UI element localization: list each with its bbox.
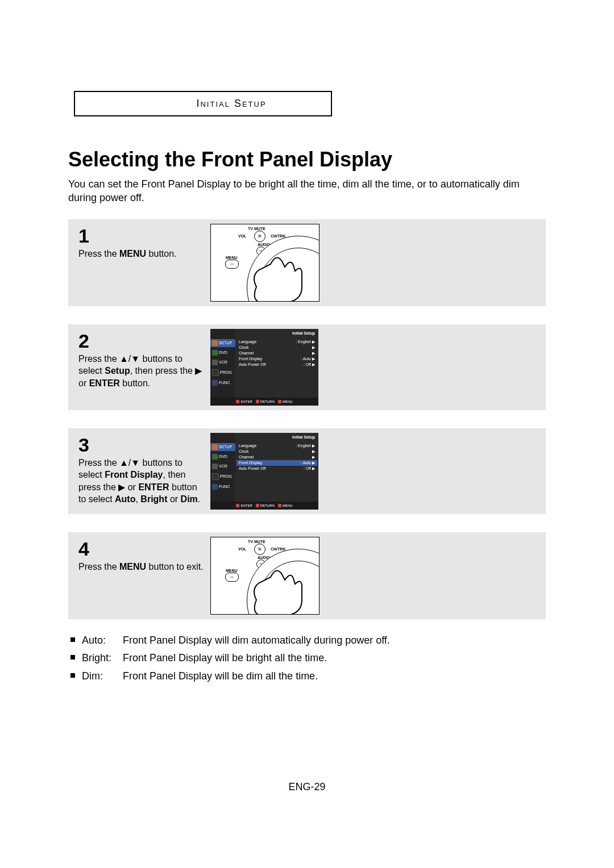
- remote-label-tvmute: TV MUTE: [248, 227, 265, 231]
- step-2-line1: Press the ▲/▼ buttons to: [78, 354, 182, 364]
- step-3-number: 3: [78, 435, 205, 454]
- osd-footer-menu: MENU: [278, 400, 293, 403]
- osd-row-frontdisplay-selected: Front Display: Auto ▶: [237, 460, 317, 466]
- page-title: Selecting the Front Panel Display: [68, 148, 546, 172]
- disc-icon: [212, 350, 218, 356]
- step-2-number: 2: [78, 331, 205, 350]
- osd-tab-prog: PROG: [210, 472, 235, 481]
- osd-row-language: Language: English ▶: [239, 443, 315, 449]
- osd-footer-return: RETURN: [256, 400, 275, 403]
- step-2-text: 2 Press the ▲/▼ buttons to select Setup,…: [68, 324, 210, 410]
- remote-label-vol: VOL: [238, 234, 246, 238]
- bullet-icon: [70, 637, 75, 642]
- osd-body: Initial Setup Language: English ▶ Clock▶…: [235, 329, 318, 406]
- osd-row-language: Language: English ▶: [239, 339, 315, 345]
- osd-body: Initial Setup Language: English ▶ Clock▶…: [235, 433, 318, 510]
- gear-icon: [212, 340, 218, 346]
- osd-footer-enter: ENTER: [236, 504, 252, 507]
- step-4-number: 4: [78, 539, 205, 558]
- osd-footer: ENTER RETURN MENU: [210, 398, 318, 406]
- step-3-line3: press the ▶ or ENTER button: [78, 482, 197, 492]
- step-1-text: 1 Press the MENU button.: [68, 219, 210, 306]
- osd-footer-return: RETURN: [256, 504, 275, 507]
- step-3-text: 3 Press the ▲/▼ buttons to select Front …: [68, 428, 210, 514]
- definition-auto: Auto: Front Panel Display will dim autom…: [68, 633, 546, 649]
- definition-bright: Bright: Front Panel Display will be brig…: [68, 650, 546, 666]
- osd-tab-setup: SETUP: [210, 339, 235, 347]
- menu-key-icon: [278, 400, 281, 403]
- osd-row-autopoweroff: Auto Power Off: Off ▶: [239, 466, 315, 471]
- section-header-label: Initial Setup: [160, 98, 302, 110]
- menu-button-icon: ▭: [225, 260, 239, 269]
- disc-icon: [212, 454, 218, 460]
- osd-tab-vcr: VCR: [210, 462, 235, 470]
- chevron-right-icon: ▶: [312, 362, 315, 366]
- hand-pointer-icon: [245, 247, 320, 302]
- step-3-line4: to select Auto, Bright or Dim.: [78, 494, 200, 504]
- chevron-right-icon: ▶: [312, 340, 315, 344]
- osd-tab-func: FUNC: [210, 379, 235, 387]
- step-2: 2 Press the ▲/▼ buttons to select Setup,…: [68, 324, 546, 410]
- chevron-right-icon: ▶: [312, 345, 315, 350]
- mute-button-icon: ✕: [254, 544, 265, 555]
- step-4-text: 4 Press the MENU button to exit.: [68, 532, 210, 619]
- remote-label-menu: MENU: [226, 569, 238, 573]
- osd-footer-enter: ENTER: [236, 400, 252, 403]
- intro-paragraph: You can set the Front Panel Display to b…: [68, 177, 546, 205]
- definition-dim: Dim: Front Panel Display will be dim all…: [68, 669, 546, 685]
- return-key-icon: [256, 400, 259, 403]
- osd-row-channel: Channel▶: [239, 454, 315, 460]
- tape-icon: [212, 360, 218, 365]
- chevron-right-icon: ▶: [312, 466, 315, 470]
- chevron-right-icon: ▶: [312, 357, 315, 361]
- step-2-visual: SETUP DVD VCR PROG FUNC Initial Setup La…: [210, 324, 546, 410]
- step-3-line2: select Front Display, then: [78, 470, 186, 479]
- remote-label-chtrk: CH/TRK: [271, 234, 285, 238]
- osd-menu-highlight: SETUP DVD VCR PROG FUNC Initial Setup La…: [210, 433, 318, 510]
- osd-title: Initial Setup: [292, 331, 315, 335]
- step-4: 4 Press the MENU button to exit. TV MUTE…: [68, 532, 546, 619]
- step-3-line1: Press the ▲/▼ buttons to: [78, 458, 182, 468]
- osd-tab-dvd: DVD: [210, 349, 235, 357]
- chevron-right-icon: ▶: [312, 455, 315, 460]
- osd-tab-func: FUNC: [210, 483, 235, 491]
- step-1: 1 Press the MENU button. TV MUTE VOL CH/…: [68, 219, 546, 306]
- osd-row-clock: Clock▶: [239, 345, 315, 350]
- enter-key-icon: [236, 400, 239, 403]
- osd-footer-menu: MENU: [278, 504, 293, 507]
- clock-icon: [212, 473, 219, 480]
- osd-sidebar: SETUP DVD VCR PROG FUNC: [210, 329, 235, 406]
- osd-tab-prog: PROG: [210, 368, 235, 377]
- remote-label-chtrk: CH/TRK: [271, 547, 285, 551]
- step-2-line3: or ENTER button.: [78, 378, 150, 388]
- grid-icon: [212, 380, 218, 386]
- step-1-number: 1: [78, 226, 205, 245]
- remote-illustration: TV MUTE VOL CH/TRK ✕ AUDIO − MENU ▭ ◀: [210, 537, 320, 615]
- return-key-icon: [256, 504, 259, 507]
- step-4-visual: TV MUTE VOL CH/TRK ✕ AUDIO − MENU ▭ ◀: [210, 532, 546, 619]
- step-1-line: Press the MENU button.: [78, 249, 177, 258]
- remote-label-tvmute: TV MUTE: [248, 540, 265, 544]
- section-header-box: Initial Setup: [74, 91, 332, 116]
- osd-row-frontdisplay: Front Display: Auto ▶: [239, 356, 315, 362]
- bullet-icon: [70, 655, 75, 660]
- osd-tab-vcr: VCR: [210, 358, 235, 366]
- osd-title: Initial Setup: [292, 435, 315, 439]
- clock-icon: [212, 369, 219, 376]
- osd-sidebar: SETUP DVD VCR PROG FUNC: [210, 433, 235, 510]
- remote-label-vol: VOL: [238, 547, 246, 551]
- osd-menu: SETUP DVD VCR PROG FUNC Initial Setup La…: [210, 329, 318, 406]
- hand-pointer-icon: [245, 560, 320, 615]
- menu-button-icon: ▭: [225, 573, 239, 582]
- step-3: 3 Press the ▲/▼ buttons to select Front …: [68, 428, 546, 514]
- tape-icon: [212, 464, 218, 469]
- osd-row-channel: Channel▶: [239, 350, 315, 356]
- step-4-line: Press the MENU button to exit.: [78, 562, 204, 571]
- gear-icon: [212, 444, 218, 450]
- osd-tab-dvd: DVD: [210, 453, 235, 461]
- step-3-visual: SETUP DVD VCR PROG FUNC Initial Setup La…: [210, 428, 546, 514]
- remote-illustration: TV MUTE VOL CH/TRK ✕ AUDIO − MENU ▭ ◀: [210, 224, 320, 302]
- page-number: ENG-29: [68, 781, 546, 793]
- osd-row-clock: Clock▶: [239, 449, 315, 454]
- chevron-right-icon: ▶: [312, 461, 315, 465]
